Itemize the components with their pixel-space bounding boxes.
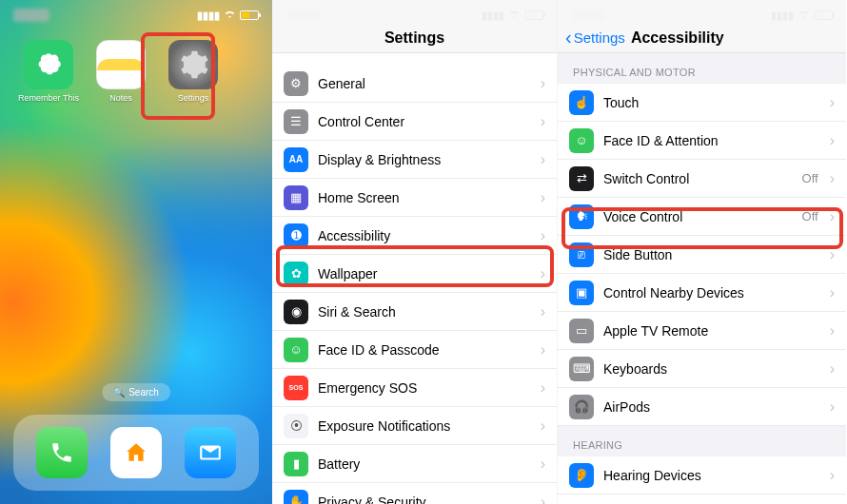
settings-row-battery[interactable]: ▮Battery› [272,445,557,483]
chevron-right-icon: › [541,75,545,92]
settings-row-apple-tv-remote[interactable]: ▭Apple TV Remote› [558,312,846,350]
gear-icon [168,40,218,89]
settings-row-face-id-attention[interactable]: ☺Face ID & Attention› [558,122,846,160]
settings-row-privacy-security[interactable]: ✋Privacy & Security› [272,483,557,504]
row-label: Face ID & Passcode [318,342,531,358]
home-search-pill[interactable]: 🔍 Search [102,383,170,401]
signal-icon: ▮▮▮▮ [197,10,220,22]
settings-list: ⚙General›☰Control Center›AADisplay & Bri… [272,65,557,504]
chevron-right-icon: › [541,456,545,473]
row-label: Privacy & Security [318,494,531,505]
section-header: PHYSICAL AND MOTOR [558,53,846,84]
switch-icon: ⇄ [569,166,594,191]
ear-icon: 👂 [569,463,594,488]
airpods-icon: 🎧 [569,395,594,419]
chevron-right-icon: › [541,227,545,244]
row-label: Display & Brightness [318,152,531,167]
chevron-right-icon: › [541,151,545,168]
settings-row-control-center[interactable]: ☰Control Center› [272,103,557,141]
grid-icon: ▦ [284,185,308,210]
search-icon: 🔍 [113,387,125,397]
settings-row-airpods[interactable]: 🎧AirPods› [558,388,846,426]
gear-icon: ⚙ [284,71,308,96]
row-label: Home Screen [318,190,531,205]
battery-icon: ▮ [284,452,308,476]
chevron-right-icon: › [830,170,835,187]
row-label: Side Button [603,247,820,262]
app-notes[interactable]: Notes [93,40,148,103]
chevron-right-icon: › [830,467,835,484]
voice-icon: 🗣 [569,204,594,229]
back-button[interactable]: ‹ Settings [565,28,625,47]
chevron-right-icon: › [541,265,545,282]
chevron-right-icon: › [830,94,835,111]
row-value: Off [802,171,818,185]
virus-icon: ⦿ [284,414,308,438]
chevron-right-icon: › [830,284,835,301]
face-icon: ☺ [569,128,594,153]
settings-row-home-screen[interactable]: ▦Home Screen› [272,179,557,217]
row-label: Keyboards [603,361,820,377]
row-label: Switch Control [603,171,793,186]
settings-row-touch[interactable]: ☝Touch› [558,84,846,122]
settings-row-hearing-devices[interactable]: 👂Hearing Devices› [558,456,846,494]
page-title: Settings [384,29,444,47]
settings-row-side-button[interactable]: ⎚Side Button› [558,236,846,274]
accessibility-list: PHYSICAL AND MOTOR☝Touch›☺Face ID & Atte… [558,53,846,494]
search-label: Search [128,387,159,397]
row-label: Apple TV Remote [603,323,820,339]
back-label: Settings [574,29,625,46]
home-app-row: Remember This Notes Settings [0,40,272,103]
wifi-icon [224,10,236,21]
section-header: HEARING [558,426,846,456]
settings-row-wallpaper[interactable]: ✿Wallpaper› [272,255,557,293]
row-label: Control Center [318,114,531,129]
sos-icon: SOS [284,376,308,400]
chevron-right-icon: › [541,494,545,505]
notes-icon [96,40,146,89]
row-label: Wallpaper [318,266,531,281]
chevron-right-icon: › [830,246,835,263]
row-label: Touch [603,95,820,110]
row-value: Off [802,209,818,223]
dock-phone[interactable] [36,427,88,478]
settings-row-face-id-passcode[interactable]: ☺Face ID & Passcode› [272,331,557,369]
chevron-right-icon: › [830,208,835,225]
row-label: Emergency SOS [318,380,531,396]
app-remember-this[interactable]: Remember This [21,40,76,103]
chevron-right-icon: › [541,417,545,435]
chevron-left-icon: ‹ [565,28,572,47]
siri-icon: ◉ [284,300,308,324]
settings-row-general[interactable]: ⚙General› [272,65,557,103]
row-label: Control Nearby Devices [603,285,820,300]
chevron-right-icon: › [830,398,835,416]
app-label: Notes [109,93,132,103]
settings-row-siri-search[interactable]: ◉Siri & Search› [272,293,557,331]
dock [13,415,259,491]
settings-row-control-nearby-devices[interactable]: ▣Control Nearby Devices› [558,274,846,312]
settings-row-emergency-sos[interactable]: SOSEmergency SOS› [272,369,557,407]
chevron-right-icon: › [541,113,545,130]
settings-row-keyboards[interactable]: ⌨Keyboards› [558,350,846,388]
settings-row-display-brightness[interactable]: AADisplay & Brightness› [272,141,557,179]
row-label: Accessibility [318,228,531,243]
row-label: Voice Control [603,209,793,224]
nav-header: Settings [272,0,557,53]
text-size-icon: AA [284,147,308,172]
dock-mail[interactable] [185,427,236,478]
settings-row-voice-control[interactable]: 🗣Voice ControlOff› [558,198,846,236]
nav-header: ‹ Settings Accessibility [558,0,846,53]
chevron-right-icon: › [541,189,545,206]
side-btn-icon: ⎚ [569,242,594,267]
settings-row-switch-control[interactable]: ⇄Switch ControlOff› [558,160,846,198]
flower-icon: ✿ [284,262,308,286]
app-settings[interactable]: Settings [166,40,221,103]
row-label: Battery [318,456,531,472]
settings-row-exposure-notifications[interactable]: ⦿Exposure Notifications› [272,407,557,445]
accessibility-screen: ▮▮▮▮ ‹ Settings Accessibility PHYSICAL A… [558,0,846,504]
status-bar: ▮▮▮▮ [0,0,272,30]
settings-row-accessibility[interactable]: ➊Accessibility› [272,217,557,255]
chevron-right-icon: › [541,379,545,397]
dock-home[interactable] [110,427,162,478]
settings-screen: ▮▮▮▮ Settings ⚙General›☰Control Center›A… [272,0,558,504]
